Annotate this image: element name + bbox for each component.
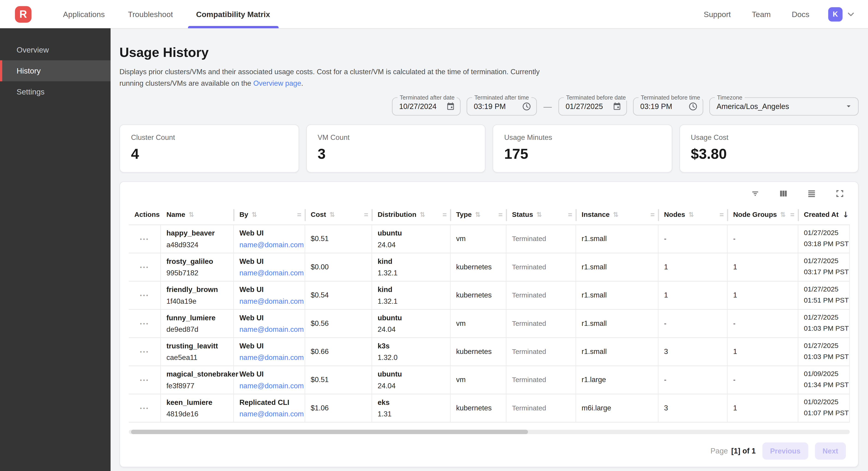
filter-terminated-before-time[interactable]: Terminated before time03:19 PM [633, 97, 703, 115]
column-menu-handle-icon[interactable]: = [442, 210, 447, 219]
tab-troubleshoot[interactable]: Troubleshoot [116, 0, 185, 28]
nav-link-docs[interactable]: Docs [792, 10, 809, 19]
column-header-cost[interactable]: Cost⇅= [305, 205, 372, 225]
horizontal-scrollbar-track[interactable] [129, 430, 850, 434]
row-actions-button[interactable]: ●●● [140, 265, 149, 268]
column-label: Actions [134, 211, 160, 219]
column-menu-handle-icon[interactable]: = [364, 210, 368, 219]
sort-icon: ⇅ [613, 211, 619, 219]
density-icon[interactable] [807, 188, 817, 198]
created-by-email-link[interactable]: name@domain.com [239, 353, 305, 361]
instance-value: r1.small [582, 347, 658, 356]
next-button[interactable]: Next [815, 442, 846, 459]
calendar-icon[interactable] [446, 102, 455, 111]
cell-status: Terminated [506, 225, 576, 253]
column-header-by[interactable]: By⇅= [234, 205, 305, 225]
fullscreen-icon[interactable] [835, 188, 845, 198]
tab-compatibility-matrix[interactable]: Compatibility Matrix [185, 0, 282, 28]
clock-icon[interactable] [522, 101, 531, 111]
column-header-distribution[interactable]: Distribution⇅= [372, 205, 451, 225]
columns-icon[interactable] [778, 188, 788, 198]
row-actions-button[interactable]: ●●● [140, 322, 149, 325]
chevron-down-icon[interactable] [846, 9, 856, 19]
cell-cost: $0.54 [305, 282, 372, 310]
filter-terminated-after-date[interactable]: Terminated after date10/27/2024 [392, 97, 461, 115]
column-menu-handle-icon[interactable]: = [719, 210, 723, 219]
cell-name: happy_beavera48d9324 [161, 225, 234, 253]
cell-instance: m6i.large [576, 394, 659, 422]
app-logo[interactable]: R [15, 6, 32, 22]
horizontal-scrollbar-thumb[interactable] [131, 430, 528, 434]
column-header-node_groups[interactable]: Node Groups⇅= [727, 205, 798, 225]
filter-timezone[interactable]: TimezoneAmerica/Los_Angeles [709, 97, 859, 115]
cluster-name: magical_stonebraker [166, 370, 233, 378]
column-header-actions[interactable]: Actions [129, 205, 161, 225]
created-by-email-link[interactable]: name@domain.com [239, 325, 305, 333]
distribution-name: ubuntu [378, 229, 450, 237]
stat-card-vm-count: VM Count3 [306, 124, 485, 172]
sort-icon: ⇅ [189, 211, 194, 219]
column-menu-handle-icon[interactable]: = [568, 210, 572, 219]
nodes-value: - [664, 376, 727, 384]
column-menu-handle-icon[interactable]: = [790, 210, 795, 219]
cell-by: Replicated CLIname@domain.com [234, 394, 305, 422]
created-by-email-link[interactable]: name@domain.com [239, 268, 305, 277]
created-by-email-link[interactable]: name@domain.com [239, 410, 305, 418]
cell-distribution: k3s1.32.0 [372, 337, 451, 366]
filter-icon[interactable] [750, 188, 760, 198]
stat-card-usage-cost: Usage Cost$3.80 [679, 124, 859, 172]
filter-terminated-before-date[interactable]: Terminated before date01/27/2025 [558, 97, 627, 115]
created-by-email-link[interactable]: name@domain.com [239, 297, 305, 305]
overview-page-link[interactable]: Overview page [253, 79, 301, 87]
status-badge: Terminated [512, 376, 576, 384]
type-value: vm [456, 235, 506, 243]
column-header-name[interactable]: Name⇅ [161, 205, 234, 225]
row-actions-button[interactable]: ●●● [140, 237, 149, 240]
column-header-status[interactable]: Status⇅= [506, 205, 576, 225]
stat-card-cluster-count: Cluster Count4 [119, 124, 299, 172]
row-actions-button[interactable]: ●●● [140, 350, 149, 353]
dropdown-icon[interactable] [844, 102, 853, 111]
instance-value: m6i.large [582, 404, 658, 412]
column-menu-handle-icon[interactable]: = [297, 210, 301, 219]
calendar-icon[interactable] [613, 102, 621, 111]
row-actions-button[interactable]: ●●● [140, 378, 149, 381]
filters-row: Terminated after date10/27/2024Terminate… [119, 97, 859, 115]
created-at-date: 01/27/2025 [804, 256, 849, 267]
nav-right: SupportTeamDocs K [683, 7, 856, 21]
cost-value: $0.66 [311, 347, 372, 356]
cell-cost: $1.06 [305, 394, 372, 422]
column-label: Instance [582, 211, 610, 219]
cost-value: $0.51 [311, 235, 372, 243]
distribution-version: 24.04 [378, 240, 450, 248]
created-by-source: Web UI [239, 229, 305, 237]
previous-button[interactable]: Previous [762, 442, 808, 459]
column-header-instance[interactable]: Instance⇅= [576, 205, 659, 225]
sidebar-item-settings[interactable]: Settings [0, 81, 111, 102]
filter-terminated-after-time[interactable]: Terminated after time03:19 PM [467, 97, 537, 115]
nodes-value: 3 [664, 404, 727, 412]
column-header-type[interactable]: Type⇅= [451, 205, 506, 225]
column-header-created_at[interactable]: Created At↓ [799, 205, 850, 225]
avatar[interactable]: K [828, 7, 842, 21]
cell-created_at: 01/27/202501:51 PM PST [799, 282, 850, 310]
nav-link-team[interactable]: Team [752, 10, 771, 19]
row-actions-button[interactable]: ●●● [140, 293, 149, 297]
column-menu-handle-icon[interactable]: = [498, 210, 502, 219]
row-actions-button[interactable]: ●●● [140, 406, 149, 410]
column-header-nodes[interactable]: Nodes⇅= [658, 205, 727, 225]
created-at-date: 01/02/2025 [804, 397, 849, 408]
cell-type: kubernetes [451, 394, 506, 422]
nodes-value: - [664, 235, 727, 243]
instance-value: r1.large [582, 376, 658, 384]
created-by-email-link[interactable]: name@domain.com [239, 381, 305, 390]
tab-applications[interactable]: Applications [51, 0, 116, 28]
sidebar-item-history[interactable]: History [0, 60, 111, 81]
clock-icon[interactable] [688, 101, 698, 111]
column-menu-handle-icon[interactable]: = [650, 210, 654, 219]
created-by-email-link[interactable]: name@domain.com [239, 240, 305, 248]
sidebar-item-overview[interactable]: Overview [0, 39, 111, 60]
nav-link-support[interactable]: Support [704, 10, 731, 19]
cell-actions: ●●● [129, 394, 161, 422]
type-value: kubernetes [456, 291, 506, 299]
